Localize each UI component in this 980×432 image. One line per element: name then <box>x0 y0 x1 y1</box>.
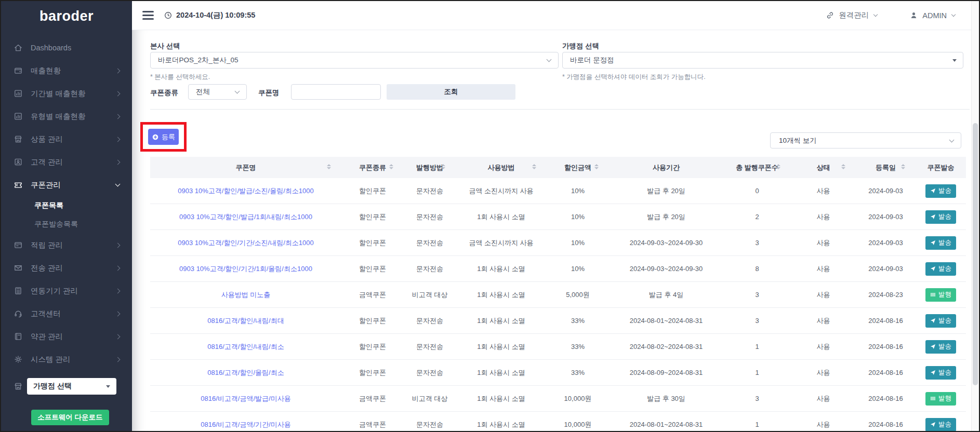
hq-select[interactable]: 바로더POS_2차_본사_05 <box>150 52 559 69</box>
cell-type: 할인쿠폰 <box>341 186 404 196</box>
sidebar-item-transfer[interactable]: 전송 관리 <box>1 256 132 279</box>
sidebar-item-support[interactable]: 고객센터 <box>1 302 132 325</box>
paper-plane-icon <box>930 318 936 323</box>
sidebar-item-type-sales[interactable]: 유형별 매출현황 <box>1 105 132 128</box>
paper-plane-icon <box>930 422 936 427</box>
sidebar-item-label: 기간별 매출현황 <box>31 89 86 99</box>
column-header-5[interactable]: 할인금액 <box>547 157 609 178</box>
issue-coupon-button[interactable]: 발행 <box>925 288 956 302</box>
cell-name: 0816/고객/할인/내림/최대 <box>150 316 341 326</box>
send-coupon-button[interactable]: 발송 <box>925 210 956 224</box>
scrollbar-thumb[interactable] <box>973 123 978 385</box>
coupon-name-link[interactable]: 0816/비고객/금액/발급/미사용 <box>201 395 290 402</box>
sidebar-item-label: 적립 관리 <box>31 240 63 250</box>
sort-icon[interactable] <box>901 164 905 169</box>
sort-icon[interactable] <box>441 164 445 169</box>
vertical-scrollbar[interactable] <box>971 1 979 431</box>
cell-count: 3 <box>723 395 791 402</box>
register-button[interactable]: 등록 <box>148 129 179 145</box>
plus-circle-icon <box>152 133 159 141</box>
coupon-name-link[interactable]: 0816/비고객/금액/기간/미사용 <box>201 421 290 428</box>
column-header-label: 쿠폰발송 <box>928 164 955 171</box>
sidebar-item-dashboards[interactable]: Dashboards <box>1 36 132 59</box>
action-button-label: 발송 <box>938 264 951 273</box>
search-button[interactable]: 조회 <box>387 84 515 100</box>
send-coupon-button[interactable]: 발송 <box>925 314 956 328</box>
sidebar-item-products[interactable]: 상품 관리 <box>1 128 132 151</box>
cell-method: 문자전송 <box>404 420 456 429</box>
coupon-name-link[interactable]: 0816/고객/할인/내림/최대 <box>207 317 284 325</box>
app-window: baroder Dashboards매출현황기간별 매출현황유형별 매출현황상품… <box>0 0 980 432</box>
sort-icon[interactable] <box>389 164 393 169</box>
column-header-1[interactable]: 쿠폰명 <box>150 157 341 178</box>
sidebar-item-period-sales[interactable]: 기간별 매출현황 <box>1 82 132 105</box>
column-header-2[interactable]: 쿠폰종류 <box>341 157 404 178</box>
table-row: 0816/고객/할인/내림/최대할인쿠폰문자전송1회 사용시 소멸33%2024… <box>150 308 966 334</box>
coupon-name-link[interactable]: 0903 10%고객/할인/기간/1회/올림/최소1000 <box>179 265 312 273</box>
remote-manage-label: 원격관리 <box>839 10 869 20</box>
column-header-3[interactable]: 발행방법 <box>404 157 456 178</box>
chevron-down-icon <box>115 181 121 186</box>
menu-toggle-button[interactable] <box>142 11 154 20</box>
send-coupon-button[interactable]: 발송 <box>925 418 956 431</box>
column-header-8[interactable]: 상태 <box>791 157 856 178</box>
coupon-name-link[interactable]: 0903 10%고객/할인/기간/소진/내림/최소1000 <box>178 239 314 247</box>
column-header-10: 쿠폰발송 <box>916 157 966 178</box>
coupon-type-label: 쿠폰종류 <box>150 88 178 98</box>
action-button-label: 발행 <box>938 394 951 403</box>
cell-count: 8 <box>723 265 791 273</box>
sidebar-item-terms[interactable]: 약관 관리 <box>1 325 132 348</box>
software-download-button[interactable]: 소프트웨어 다운로드 <box>31 410 109 425</box>
coupon-name-input[interactable] <box>291 84 381 100</box>
coupon-type-select[interactable]: 전체 <box>188 84 247 100</box>
table-row: 0816/고객/할인/올림/최소할인쿠폰문자전송1회 사용시 소멸33%2024… <box>150 360 966 386</box>
column-header-7[interactable]: 총 발행쿠폰수 <box>723 157 791 178</box>
send-coupon-button[interactable]: 발송 <box>925 236 956 250</box>
sidebar-item-customers[interactable]: 고객 관리 <box>1 151 132 173</box>
table-row: 0903 10%고객/할인/발급/1회/내림/최소1000할인쿠폰문자전송1회 … <box>150 204 966 230</box>
column-header-4[interactable]: 사용방법 <box>456 157 547 178</box>
sidebar-item-coupons[interactable]: 쿠폰관리 <box>1 173 132 196</box>
sidebar-item-system[interactable]: 시스템 관리 <box>1 348 132 371</box>
cell-usage: 1회 사용시 소멸 <box>456 420 547 429</box>
cell-method: 문자전송 <box>404 264 456 274</box>
column-header-label: 쿠폰명 <box>236 164 256 171</box>
send-coupon-button[interactable]: 발송 <box>925 340 956 354</box>
page-size-select[interactable]: 10개씩 보기 <box>770 132 961 148</box>
sort-icon[interactable] <box>594 164 599 169</box>
coupon-name-link[interactable]: 0816/고객/할인/올림/최소 <box>207 369 284 376</box>
sidebar-subitem-coupon-send-list[interactable]: 쿠폰발송목록 <box>1 215 132 234</box>
branch-quick-select[interactable]: 가맹점 선택 <box>27 378 116 395</box>
send-coupon-button[interactable]: 발송 <box>925 184 956 198</box>
device-icon <box>14 286 23 295</box>
sidebar-item-devices[interactable]: 연동기기 관리 <box>1 279 132 302</box>
cell-date: 2024-08-16 <box>856 395 916 402</box>
send-coupon-button[interactable]: 발송 <box>925 262 956 276</box>
chevron-down-icon <box>951 12 956 16</box>
sidebar-item-points[interactable]: 적립 관리 <box>1 234 132 256</box>
home-icon <box>14 43 23 52</box>
cell-usage: 1회 사용시 소멸 <box>456 290 547 300</box>
action-button-label: 발송 <box>938 342 951 351</box>
send-coupon-button[interactable]: 발송 <box>925 366 956 380</box>
sort-icon[interactable] <box>841 164 845 169</box>
sidebar-item-sales[interactable]: 매출현황 <box>1 59 132 82</box>
sidebar-subitem-coupon-list[interactable]: 쿠폰목록 <box>1 196 132 215</box>
chevron-down-icon <box>547 57 552 62</box>
coupon-name-link[interactable]: 0816/고객/할인/내림/최소 <box>207 343 284 350</box>
branch-select[interactable]: 바로더 문정점 <box>562 52 963 69</box>
column-header-9[interactable]: 등록일 <box>856 157 916 178</box>
coupon-name-link[interactable]: 0903 10%고객/할인/발급/1회/내림/최소1000 <box>179 213 312 221</box>
cell-method: 문자전송 <box>404 316 456 326</box>
sort-icon[interactable] <box>532 164 536 169</box>
chevron-right-icon <box>115 68 121 73</box>
dropdown-arrow-icon <box>106 385 110 390</box>
paper-plane-icon <box>930 266 936 272</box>
issue-coupon-button[interactable]: 발행 <box>925 392 956 406</box>
coupon-name-link[interactable]: 0903 10%고객/할인/발급/소진/올림/최소1000 <box>178 187 314 195</box>
coupon-name-link[interactable]: 사용방법 미노출 <box>221 291 271 299</box>
sort-icon[interactable] <box>327 164 331 169</box>
sort-icon[interactable] <box>776 164 780 169</box>
admin-account-menu[interactable]: ADMIN <box>909 11 955 20</box>
remote-manage-menu[interactable]: 원격관리 <box>826 10 877 20</box>
